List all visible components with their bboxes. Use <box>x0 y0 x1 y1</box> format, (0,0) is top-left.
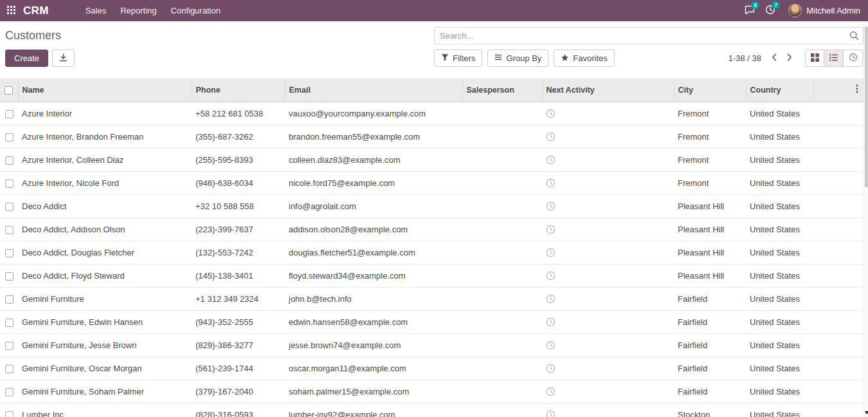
cell-city[interactable]: Fairfield <box>674 310 746 333</box>
table-row[interactable]: Azure Interior+58 212 681 0538vauxoo@you… <box>0 102 863 125</box>
table-row[interactable]: Deco Addict, Addison Olson(223)-399-7637… <box>0 218 863 241</box>
cell-next-activity[interactable] <box>542 310 674 333</box>
menu-configuration[interactable]: Configuration <box>164 0 228 21</box>
cell-salesperson[interactable] <box>462 403 542 417</box>
cell-salesperson[interactable] <box>462 125 542 148</box>
cell-phone[interactable]: (828)-316-0593 <box>192 403 285 417</box>
create-button[interactable]: Create <box>5 50 48 67</box>
pager-previous-button[interactable] <box>766 50 782 67</box>
table-row[interactable]: Gemini Furniture, Soham Palmer(379)-167-… <box>0 380 863 403</box>
user-menu[interactable]: Mitchell Admin <box>786 4 863 17</box>
cell-phone[interactable]: (145)-138-3401 <box>192 264 285 287</box>
table-row[interactable]: Gemini Furniture, Oscar Morgan(561)-239-… <box>0 357 863 380</box>
kebab-vertical-icon[interactable] <box>856 86 858 95</box>
cell-salesperson[interactable] <box>462 241 542 264</box>
cell-country[interactable]: United States <box>746 403 813 417</box>
cell-salesperson[interactable] <box>462 287 542 310</box>
cell-name[interactable]: Azure Interior <box>18 102 192 125</box>
group-by-button[interactable]: Group By <box>487 50 548 67</box>
row-checkbox[interactable] <box>5 110 14 118</box>
cell-salesperson[interactable] <box>462 218 542 241</box>
table-row[interactable]: Lumber Inc(828)-316-0593lumber-inv92@exa… <box>0 403 863 417</box>
cell-name[interactable]: Gemini Furniture, Soham Palmer <box>18 380 192 403</box>
cell-country[interactable]: United States <box>746 287 813 310</box>
cell-email[interactable]: soham.palmer15@example.com <box>285 380 462 403</box>
cell-name[interactable]: Azure Interior, Colleen Diaz <box>18 148 192 171</box>
row-checkbox[interactable] <box>5 180 14 188</box>
cell-name[interactable]: Deco Addict, Addison Olson <box>18 218 192 241</box>
menu-sales[interactable]: Sales <box>78 0 114 21</box>
row-checkbox[interactable] <box>5 156 14 165</box>
cell-salesperson[interactable] <box>462 380 542 403</box>
cell-next-activity[interactable] <box>542 148 674 171</box>
cell-city[interactable]: Fremont <box>674 171 746 194</box>
search-input[interactable] <box>435 31 845 41</box>
cell-phone[interactable]: (132)-553-7242 <box>192 241 285 264</box>
cell-city[interactable]: Pleasant Hill <box>674 194 746 218</box>
cell-phone[interactable]: (943)-352-2555 <box>192 310 285 333</box>
cell-email[interactable]: nicole.ford75@example.com <box>285 171 462 194</box>
cell-email[interactable]: john.b@tech.info <box>285 287 462 310</box>
cell-city[interactable]: Pleasant Hill <box>674 264 746 287</box>
cell-city[interactable]: Fairfield <box>674 380 746 403</box>
cell-country[interactable]: United States <box>746 194 813 218</box>
cell-phone[interactable]: (829)-386-3277 <box>192 333 285 357</box>
row-checkbox[interactable] <box>5 272 14 281</box>
cell-email[interactable]: lumber-inv92@example.com <box>285 403 462 417</box>
cell-salesperson[interactable] <box>462 357 542 380</box>
cell-phone[interactable]: (255)-595-8393 <box>192 148 285 171</box>
cell-next-activity[interactable] <box>542 102 674 125</box>
table-row[interactable]: Deco Addict, Floyd Steward(145)-138-3401… <box>0 264 863 287</box>
pager-next-button[interactable] <box>782 50 797 67</box>
table-row[interactable]: Azure Interior, Brandon Freeman(355)-687… <box>0 125 863 148</box>
cell-email[interactable]: info@agrolait.com <box>285 194 462 218</box>
cell-name[interactable]: Gemini Furniture, Edwin Hansen <box>18 310 192 333</box>
view-activity-button[interactable] <box>844 50 863 67</box>
table-row[interactable]: Gemini Furniture, Edwin Hansen(943)-352-… <box>0 310 863 333</box>
table-row[interactable]: Azure Interior, Nicole Ford(946)-638-603… <box>0 171 863 194</box>
column-header-phone[interactable]: Phone <box>192 79 285 102</box>
cell-name[interactable]: Gemini Furniture <box>18 287 192 310</box>
apps-menu-button[interactable] <box>0 0 22 21</box>
cell-next-activity[interactable] <box>542 357 674 380</box>
cell-city[interactable]: Fairfield <box>674 357 746 380</box>
cell-next-activity[interactable] <box>542 194 674 218</box>
cell-email[interactable]: edwin.hansen58@example.com <box>285 310 462 333</box>
cell-name[interactable]: Azure Interior, Brandon Freeman <box>18 125 192 148</box>
column-header-name[interactable]: Name <box>18 79 192 102</box>
cell-phone[interactable]: +32 10 588 558 <box>192 194 285 218</box>
cell-city[interactable]: Fremont <box>674 125 746 148</box>
cell-city[interactable]: Pleasant Hill <box>674 241 746 264</box>
cell-salesperson[interactable] <box>462 194 542 218</box>
cell-country[interactable]: United States <box>746 333 813 357</box>
cell-name[interactable]: Deco Addict <box>18 194 192 218</box>
cell-phone[interactable]: (355)-687-3262 <box>192 125 285 148</box>
export-button[interactable] <box>52 50 75 67</box>
row-checkbox[interactable] <box>5 388 14 396</box>
cell-email[interactable]: jesse.brown74@example.com <box>285 333 462 357</box>
table-row[interactable]: Gemini Furniture, Jesse Brown(829)-386-3… <box>0 333 863 357</box>
cell-name[interactable]: Lumber Inc <box>18 403 192 417</box>
activities-menu-button[interactable]: 7 <box>760 0 781 21</box>
cell-city[interactable]: Fremont <box>674 148 746 171</box>
row-checkbox[interactable] <box>5 411 14 417</box>
cell-salesperson[interactable] <box>462 171 542 194</box>
row-checkbox[interactable] <box>5 133 14 142</box>
cell-name[interactable]: Azure Interior, Nicole Ford <box>18 171 192 194</box>
cell-phone[interactable]: +1 312 349 2324 <box>192 287 285 310</box>
cell-country[interactable]: United States <box>746 357 813 380</box>
messages-menu-button[interactable]: 5 <box>739 0 760 21</box>
cell-next-activity[interactable] <box>542 241 674 264</box>
column-header-next-activity[interactable]: Next Activity <box>542 79 674 102</box>
table-row[interactable]: Gemini Furniture+1 312 349 2324john.b@te… <box>0 287 863 310</box>
column-header-city[interactable]: City <box>674 79 746 102</box>
vertical-scrollbar[interactable] <box>863 21 868 417</box>
select-all-checkbox[interactable] <box>5 86 13 95</box>
cell-next-activity[interactable] <box>542 403 674 417</box>
cell-phone[interactable]: (223)-399-7637 <box>192 218 285 241</box>
view-list-button[interactable] <box>824 50 844 67</box>
cell-email[interactable]: colleen.diaz83@example.com <box>285 148 462 171</box>
cell-next-activity[interactable] <box>542 380 674 403</box>
table-row[interactable]: Deco Addict, Douglas Fletcher(132)-553-7… <box>0 241 863 264</box>
cell-phone[interactable]: (561)-239-1744 <box>192 357 285 380</box>
